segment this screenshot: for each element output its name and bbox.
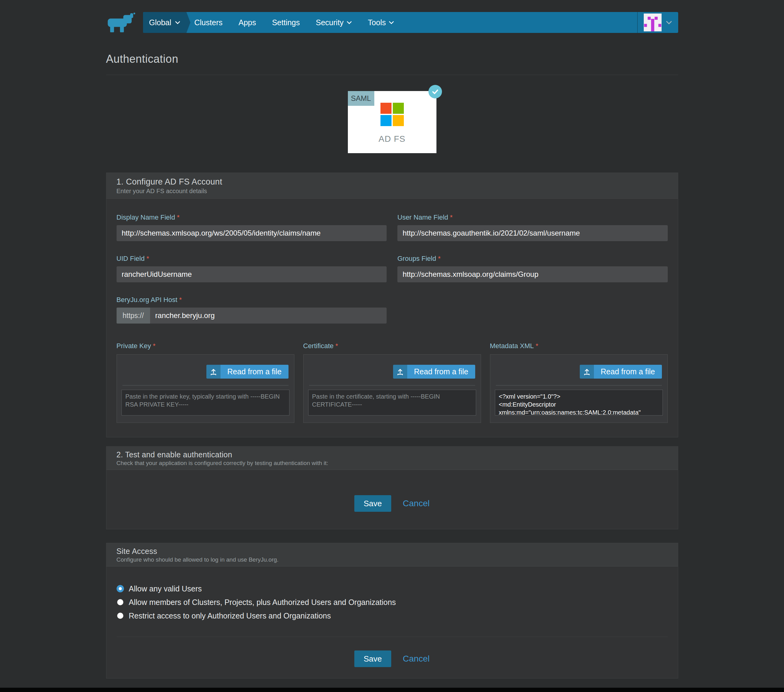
read-file-button-label: Read from a file <box>407 365 475 379</box>
chevron-down-icon <box>389 21 394 24</box>
field-uid: UID Field* <box>117 255 387 282</box>
field-private-key: Private Key* Read from a file <box>117 342 294 423</box>
api-host-label: BeryJu.org API Host <box>117 296 178 303</box>
display-name-input[interactable] <box>117 225 387 241</box>
upload-icon <box>580 365 594 379</box>
ms-square-green <box>393 103 404 114</box>
required-asterisk: * <box>536 342 539 350</box>
read-file-button-label: Read from a file <box>594 365 662 379</box>
private-key-textarea[interactable] <box>122 390 290 415</box>
nav-item-label: Clusters <box>194 18 223 27</box>
saml-badge: SAML <box>348 91 374 106</box>
groups-input[interactable] <box>397 266 668 282</box>
section-configure-account: 1. Configure AD FS Account Enter your AD… <box>106 173 678 437</box>
nav-spacer <box>402 12 637 33</box>
footer: v2.5.5 English Download CLI <box>0 688 784 692</box>
nav-item-label: Security <box>316 18 344 27</box>
section-title: 2. Test and enable authentication <box>117 450 668 459</box>
field-certificate: Certificate* Read from a file <box>303 342 481 423</box>
certificate-read-file-button[interactable]: Read from a file <box>393 365 475 379</box>
radio-label: Restrict access to only Authorized Users… <box>129 611 331 620</box>
required-asterisk: * <box>450 213 453 221</box>
microsoft-logo-icon <box>380 103 404 126</box>
filebox-divider <box>122 385 288 386</box>
upload-icon <box>393 365 407 379</box>
user-name-label: User Name Field <box>397 213 448 221</box>
certificate-textarea[interactable] <box>308 390 476 415</box>
display-name-label: Display Name Field <box>117 213 175 221</box>
site-access-header: Site Access Configure who should be allo… <box>106 543 678 567</box>
nav-item-label: Apps <box>238 18 256 27</box>
radio-restrict-authorized-only[interactable]: Restrict access to only Authorized Users… <box>117 609 668 623</box>
required-asterisk: * <box>336 342 338 350</box>
section-test-header: 2. Test and enable authentication Check … <box>106 447 678 470</box>
read-file-button-label: Read from a file <box>221 365 288 379</box>
private-key-label: Private Key <box>117 342 152 350</box>
metadata-xml-read-file-button[interactable]: Read from a file <box>580 365 662 379</box>
chevron-down-icon <box>175 21 180 24</box>
ms-square-yellow <box>393 115 404 126</box>
field-metadata-xml: Metadata XML* Read from a file <box>490 342 668 423</box>
chevron-down-icon <box>347 21 352 24</box>
metadata-xml-textarea[interactable]: <?xml version="1.0"?> <md:EntityDescript… <box>495 390 663 415</box>
uid-input[interactable] <box>117 266 387 282</box>
radio-unselected-icon <box>117 599 124 605</box>
upload-icon <box>206 365 221 379</box>
section-subtitle: Enter your AD FS account details <box>117 188 668 195</box>
nav-item-label: Tools <box>368 18 386 27</box>
metadata-xml-box: Read from a file <?xml version="1.0"?> <… <box>490 354 668 423</box>
nav-item-security[interactable]: Security <box>308 12 360 33</box>
field-display-name: Display Name Field* <box>117 213 387 241</box>
required-asterisk: * <box>147 255 149 262</box>
nav-global-label: Global <box>149 18 171 27</box>
site-access-save-button[interactable]: Save <box>354 651 391 667</box>
required-asterisk: * <box>179 296 182 303</box>
uid-label: UID Field <box>117 255 145 262</box>
nav-item-label: Settings <box>272 18 300 27</box>
ms-square-blue <box>380 115 392 126</box>
nav-item-apps[interactable]: Apps <box>231 12 264 33</box>
save-button[interactable]: Save <box>354 495 391 512</box>
certificate-label: Certificate <box>303 342 334 350</box>
nav-item-tools[interactable]: Tools <box>360 12 402 33</box>
rancher-logo[interactable] <box>106 12 143 33</box>
title-divider <box>106 75 678 75</box>
chevron-down-icon <box>666 21 672 25</box>
field-api-host: BeryJu.org API Host* https:// <box>117 296 387 323</box>
radio-allow-members-clusters-projects[interactable]: Allow members of Clusters, Projects, plu… <box>117 595 668 609</box>
api-host-input[interactable] <box>150 308 387 323</box>
filebox-divider <box>496 385 662 386</box>
nav-item-global[interactable]: Global <box>143 12 186 33</box>
field-user-name: User Name Field* <box>397 213 668 241</box>
provider-name: AD FS <box>348 134 436 144</box>
radio-unselected-icon <box>117 613 124 619</box>
section-subtitle: Check that your application is configure… <box>117 460 668 466</box>
rancher-cow-icon <box>106 12 137 33</box>
top-header: Global Clusters Apps Settings Security <box>0 0 784 33</box>
filebox-divider <box>309 385 475 386</box>
radio-label: Allow any valid Users <box>129 584 202 593</box>
section-configure-header: 1. Configure AD FS Account Enter your AD… <box>106 173 678 199</box>
required-asterisk: * <box>438 255 441 262</box>
required-asterisk: * <box>177 213 180 221</box>
radio-allow-any-valid-users[interactable]: Allow any valid Users <box>117 582 668 595</box>
user-menu[interactable] <box>637 12 678 33</box>
section-title: Site Access <box>117 547 668 556</box>
site-access-cancel-link[interactable]: Cancel <box>403 654 430 664</box>
nav-item-settings[interactable]: Settings <box>264 12 308 33</box>
radio-selected-icon <box>117 585 124 592</box>
auth-provider-card-adfs[interactable]: SAML AD FS <box>348 91 436 153</box>
private-key-box: Read from a file <box>117 354 294 423</box>
private-key-read-file-button[interactable]: Read from a file <box>206 365 288 379</box>
user-name-input[interactable] <box>397 225 668 241</box>
required-asterisk: * <box>153 342 156 350</box>
certificate-box: Read from a file <box>303 354 481 423</box>
groups-label: Groups Field <box>397 255 436 262</box>
selected-check-badge <box>428 85 442 99</box>
nav-item-clusters[interactable]: Clusters <box>186 12 231 33</box>
field-groups: Groups Field* <box>397 255 668 282</box>
section-title: 1. Configure AD FS Account <box>117 177 668 187</box>
cancel-link[interactable]: Cancel <box>403 499 430 508</box>
section-site-access: Site Access Configure who should be allo… <box>106 543 678 679</box>
radio-label: Allow members of Clusters, Projects, plu… <box>129 598 396 607</box>
